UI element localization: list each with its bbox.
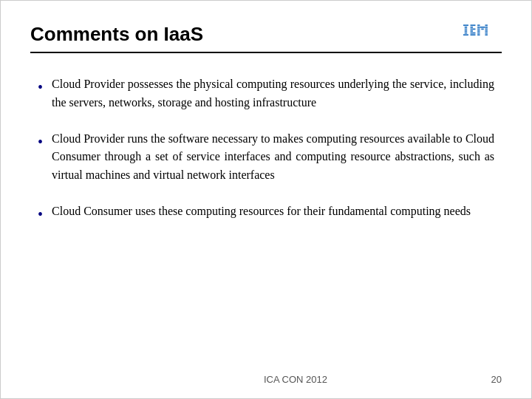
- svg-rect-20: [482, 27, 485, 28]
- svg-rect-26: [485, 30, 487, 32]
- svg-rect-30: [485, 34, 487, 35]
- svg-rect-0: [463, 24, 468, 26]
- ibm-logo-icon: [463, 23, 502, 39]
- svg-rect-28: [485, 33, 487, 34]
- svg-rect-29: [477, 34, 480, 35]
- bullet-text-3: Cloud Consumer uses these computing reso…: [52, 202, 471, 221]
- svg-rect-13: [473, 33, 475, 34]
- svg-rect-1: [465, 27, 467, 28]
- bullet-dot-3: •: [38, 204, 43, 225]
- slide-title: Comments on IaaS: [30, 23, 203, 46]
- svg-rect-9: [471, 29, 473, 30]
- footer-page-number: 20: [491, 374, 502, 385]
- slide: Comments on IaaS: [0, 0, 532, 399]
- svg-rect-3: [465, 30, 467, 32]
- svg-rect-8: [471, 27, 473, 28]
- bullet-dot-1: •: [38, 77, 43, 98]
- slide-content: • Cloud Provider possesses the physical …: [30, 75, 502, 225]
- svg-rect-11: [471, 30, 473, 32]
- svg-rect-14: [471, 34, 473, 35]
- slide-header: Comments on IaaS: [30, 23, 502, 53]
- svg-rect-5: [463, 34, 468, 35]
- svg-rect-19: [480, 27, 482, 28]
- bullet-text-1: Cloud Provider possesses the physical co…: [52, 75, 494, 112]
- svg-rect-15: [473, 34, 475, 35]
- svg-rect-27: [477, 33, 480, 34]
- svg-rect-16: [477, 24, 480, 26]
- svg-rect-18: [477, 27, 480, 28]
- svg-rect-25: [477, 30, 480, 32]
- slide-footer: ICA CON 2012 20: [1, 374, 531, 385]
- svg-rect-10: [473, 29, 475, 30]
- footer-conference: ICA CON 2012: [1, 374, 531, 385]
- bullet-item-1: • Cloud Provider possesses the physical …: [38, 75, 494, 112]
- bullet-item-2: • Cloud Provider runs the software neces…: [38, 130, 494, 185]
- ibm-logo: [463, 23, 502, 39]
- svg-rect-23: [481, 29, 483, 30]
- svg-rect-17: [485, 24, 487, 26]
- svg-rect-22: [477, 29, 480, 30]
- svg-rect-21: [485, 27, 487, 28]
- svg-rect-4: [465, 33, 467, 34]
- bullet-item-3: • Cloud Consumer uses these computing re…: [38, 202, 494, 225]
- bullet-text-2: Cloud Provider runs the software necessa…: [52, 130, 494, 185]
- bullet-dot-2: •: [38, 132, 43, 152]
- svg-rect-24: [485, 29, 487, 30]
- svg-rect-7: [473, 24, 475, 26]
- svg-rect-6: [471, 24, 473, 26]
- svg-rect-2: [465, 29, 467, 30]
- svg-rect-12: [471, 33, 473, 34]
